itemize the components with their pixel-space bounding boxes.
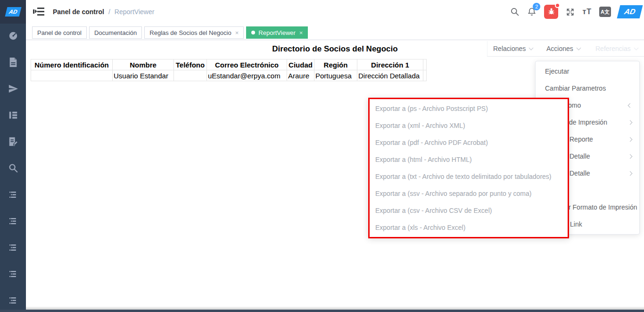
sidebar-item-tree[interactable] bbox=[0, 103, 26, 129]
cell-ciudad: Araure bbox=[287, 70, 314, 81]
export-xls-item[interactable]: Exportar a (xls - Archivo Excel) bbox=[370, 219, 568, 236]
export-ssv-item[interactable]: Exportar a (ssv - Archivo separado por p… bbox=[370, 185, 568, 202]
ad-logo-icon: AD bbox=[5, 7, 21, 17]
search-icon bbox=[8, 163, 18, 175]
active-tab-dot bbox=[251, 31, 255, 34]
sidebar-item-send[interactable] bbox=[0, 76, 26, 103]
chevron-right-icon bbox=[628, 120, 633, 125]
table-header-row: Número Identificación Nombre Teléfono Co… bbox=[31, 59, 427, 70]
horizontal-scrollbar[interactable] bbox=[0, 310, 644, 312]
menu-item-ejecutar[interactable]: Ejecutar bbox=[536, 63, 639, 80]
ad-logo-icon: AD bbox=[617, 5, 643, 18]
report-menu-bar: Relaciones Acciones Referencias bbox=[487, 41, 644, 57]
col-extra bbox=[423, 59, 427, 70]
sidebar-item-menu-3[interactable] bbox=[0, 235, 26, 261]
horizontal-scroll-track bbox=[26, 306, 644, 310]
cell-region: Portuguesa bbox=[314, 70, 357, 81]
close-icon[interactable]: × bbox=[299, 29, 303, 36]
export-csv-item[interactable]: Exportar a (csv - Archivo CSV de Excel) bbox=[370, 202, 568, 219]
tree-menu-icon bbox=[9, 244, 17, 253]
breadcrumb-separator: / bbox=[108, 8, 110, 16]
col-region: Región bbox=[314, 59, 357, 70]
document-edit-icon bbox=[8, 136, 18, 149]
export-submenu: Exportar a (ps - Archivo Postscript PS) … bbox=[368, 98, 569, 238]
sidebar-item-documents[interactable] bbox=[0, 50, 26, 76]
breadcrumb: Panel de control / ReportViewer bbox=[53, 0, 154, 24]
bug-report-button[interactable] bbox=[544, 5, 558, 19]
chevron-right-icon bbox=[628, 137, 633, 142]
col-numero-identificacion: Número Identificación bbox=[31, 59, 113, 70]
notification-count-badge: 2 bbox=[533, 3, 540, 10]
cell-telefono bbox=[174, 70, 207, 81]
cell-correo: uEstandar@erpya.com bbox=[207, 70, 287, 81]
dashboard-icon bbox=[8, 31, 18, 43]
sidebar-item-menu-1[interactable] bbox=[0, 182, 26, 209]
sidebar-item-menu-2[interactable] bbox=[0, 209, 26, 235]
tab-panel-de-control[interactable]: Panel de control bbox=[32, 26, 87, 39]
breadcrumb-item-panel[interactable]: Panel de control bbox=[53, 8, 104, 16]
col-direccion-1: Dirección 1 bbox=[357, 59, 423, 70]
hamburger-icon[interactable] bbox=[33, 8, 44, 16]
tab-bar: Panel de control Documentación Reglas de… bbox=[26, 24, 644, 40]
close-icon[interactable]: × bbox=[235, 29, 239, 36]
col-correo-electronico: Correo Electrónico bbox=[207, 59, 287, 70]
col-telefono: Teléfono bbox=[174, 59, 207, 70]
menu-relaciones[interactable]: Relaciones bbox=[493, 41, 533, 56]
col-nombre: Nombre bbox=[113, 59, 174, 70]
brand-logo: AD bbox=[619, 5, 641, 18]
breadcrumb-item-reportviewer: ReportViewer bbox=[115, 8, 155, 16]
export-txt-item[interactable]: Exportar a (txt - Archivo de texto delim… bbox=[370, 168, 568, 185]
search-icon[interactable] bbox=[510, 7, 520, 17]
chevron-down-icon bbox=[634, 45, 638, 50]
cell-numero bbox=[31, 70, 113, 81]
fullscreen-icon[interactable] bbox=[566, 8, 575, 17]
tree-menu-icon bbox=[9, 217, 17, 227]
menu-acciones[interactable]: Acciones bbox=[546, 41, 580, 56]
menu-item-cambiar-parametros[interactable]: Cambiar Parametros bbox=[536, 80, 639, 97]
export-html-item[interactable]: Exportar a (html - Archivo HTML) bbox=[370, 151, 568, 168]
sidebar-item-menu-5[interactable] bbox=[0, 288, 26, 312]
tree-list-icon bbox=[8, 110, 18, 122]
sidebar-item-search[interactable] bbox=[0, 156, 26, 182]
report-table: Número Identificación Nombre Teléfono Co… bbox=[31, 59, 427, 81]
chevron-right-icon bbox=[628, 154, 633, 159]
tab-documentacion[interactable]: Documentación bbox=[89, 26, 142, 39]
chevron-down-icon bbox=[576, 45, 581, 50]
language-icon[interactable]: A文 bbox=[599, 7, 611, 17]
tab-reportviewer[interactable]: ReportViewer × bbox=[246, 26, 308, 39]
sidebar-item-dashboard[interactable] bbox=[0, 24, 26, 50]
table-row: Usuario Estandar uEstandar@erpya.com Ara… bbox=[31, 70, 427, 81]
notifications-bell-icon[interactable]: 2 bbox=[527, 7, 537, 17]
bug-icon bbox=[547, 7, 555, 17]
sidebar-item-menu-4[interactable] bbox=[0, 261, 26, 288]
bug-alert-dot bbox=[555, 3, 560, 8]
tree-menu-icon bbox=[9, 270, 17, 280]
col-ciudad: Ciudad bbox=[287, 59, 314, 70]
export-xml-item[interactable]: Exportar a (xml - Archivo XML) bbox=[370, 117, 568, 134]
cell-direccion: Dirección Detallada bbox=[357, 70, 423, 81]
font-size-icon[interactable]: тT bbox=[582, 8, 592, 16]
sidebar-item-edit-document[interactable] bbox=[0, 129, 26, 156]
export-pdf-item[interactable]: Exportar a (pdf - Archivo PDF Acrobat) bbox=[370, 134, 568, 151]
send-icon bbox=[8, 84, 18, 96]
sidebar: AD bbox=[0, 0, 26, 312]
menu-referencias-disabled[interactable]: Referencias bbox=[595, 41, 638, 56]
navbar: Panel de control / ReportViewer 2 тT A文 … bbox=[26, 0, 644, 24]
chevron-down-icon bbox=[529, 45, 534, 50]
document-icon bbox=[8, 57, 18, 69]
sidebar-logo: AD bbox=[0, 0, 26, 24]
tab-reglas-de-socios[interactable]: Reglas de Socios del Negocio × bbox=[144, 26, 244, 39]
export-ps-item[interactable]: Exportar a (ps - Archivo Postscript PS) bbox=[370, 100, 568, 117]
tree-menu-icon bbox=[9, 296, 17, 306]
chevron-left-icon bbox=[628, 103, 633, 108]
tree-menu-icon bbox=[9, 191, 17, 201]
cell-extra bbox=[423, 70, 427, 81]
chevron-right-icon bbox=[628, 171, 633, 176]
cell-nombre: Usuario Estandar bbox=[113, 70, 174, 81]
